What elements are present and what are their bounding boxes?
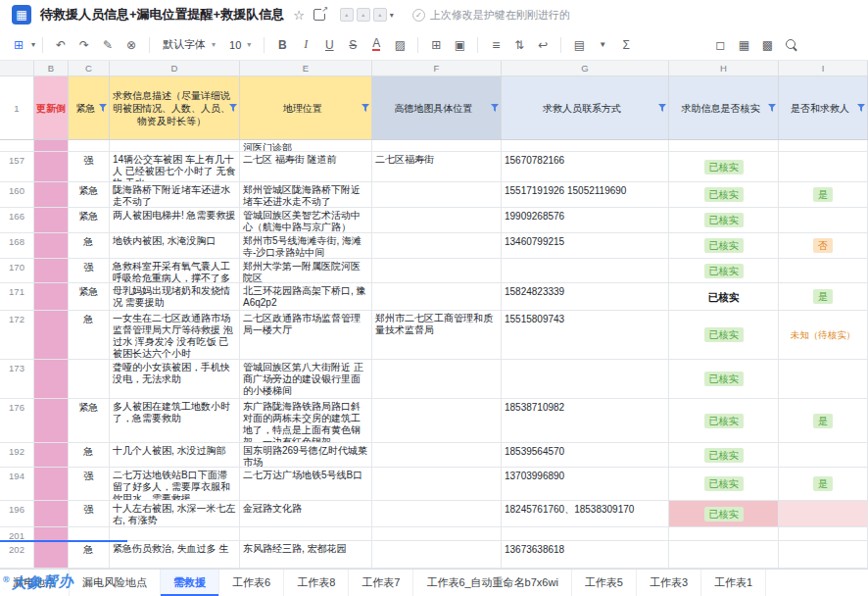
column-letter-C[interactable]: C: [69, 61, 110, 75]
function-icon[interactable]: [615, 34, 637, 56]
cell-map-location[interactable]: [372, 259, 502, 282]
fill-color-icon[interactable]: [389, 34, 410, 56]
cell-urgency[interactable]: 紧急: [69, 399, 110, 442]
row-number[interactable]: 157: [0, 152, 34, 181]
search-icon[interactable]: [780, 34, 801, 56]
sheet-tab-10[interactable]: 工作表1: [701, 570, 766, 596]
cell-verify-status[interactable]: 已核实: [669, 208, 779, 232]
font-size-select[interactable]: 10: [223, 34, 257, 56]
cell-urgency[interactable]: [69, 527, 110, 540]
column-letter-D[interactable]: D: [110, 61, 240, 75]
header-caller-confirm[interactable]: 是否和求救人: [779, 76, 868, 139]
cell-verify-status[interactable]: 已核实: [669, 501, 779, 526]
row-number[interactable]: 168: [0, 233, 34, 258]
cell-urgency[interactable]: [69, 360, 110, 398]
cell-description[interactable]: 聋哑的小女孩被困，手机快没电，无法求助: [110, 360, 240, 398]
cell-contact[interactable]: 15824823339: [502, 283, 669, 310]
cell-description[interactable]: 母乳妈妈出现堵奶和发烧情况 需要援助: [110, 283, 240, 310]
cell-urgency[interactable]: 紧急: [69, 182, 110, 207]
cell-location[interactable]: 郑州大学第一附属医院河医院区: [240, 259, 372, 282]
cell-urgency[interactable]: 急: [69, 443, 110, 467]
cell-verify-status[interactable]: 已核实: [669, 360, 779, 398]
cell-map-location[interactable]: 郑州市二七区工商管理和质量技术监督局: [372, 311, 502, 359]
cell-urgency[interactable]: 急: [69, 311, 110, 359]
cell-contact[interactable]: 18538710982: [502, 399, 669, 442]
cell-urgency[interactable]: 急: [69, 541, 110, 568]
cell-verify-status[interactable]: [669, 527, 779, 540]
cell-location[interactable]: 管城回族区第八大街附近 正商广场旁边的建设银行里面的小楼梯间: [240, 360, 372, 398]
cell-description[interactable]: 陇海路桥下附近堵车还进水走不动了: [110, 182, 240, 207]
cell-contact[interactable]: 15517191926 15052119690: [502, 182, 669, 207]
cell-map-location[interactable]: [372, 443, 502, 467]
cell-map-location[interactable]: [372, 468, 502, 500]
cell-contact[interactable]: [502, 360, 669, 398]
cell-update[interactable]: [34, 501, 69, 526]
cell-location[interactable]: 河医门诊部: [240, 140, 372, 151]
header-verify[interactable]: 求助信息是否核实: [669, 76, 779, 139]
column-letter-F[interactable]: F: [372, 61, 502, 75]
vertical-align-icon[interactable]: [508, 34, 530, 56]
cell-map-location[interactable]: [372, 360, 502, 398]
cell-contact[interactable]: [502, 527, 669, 540]
row-number[interactable]: 201: [0, 527, 34, 540]
cell-verify-status[interactable]: 已核实: [669, 152, 779, 181]
text-color-icon[interactable]: [365, 34, 387, 56]
cell-contact[interactable]: 19909268576: [502, 208, 669, 232]
cell-update[interactable]: [34, 259, 69, 282]
cell-location[interactable]: [240, 527, 372, 540]
star-icon[interactable]: [293, 9, 305, 22]
cell-description[interactable]: 两人被困电梯井! 急需要救援: [110, 208, 240, 232]
cell-location[interactable]: 金冠路文化路: [240, 501, 372, 526]
cell-verify-status[interactable]: 已核实: [669, 311, 779, 359]
cell-contact[interactable]: 18539564570: [502, 443, 669, 467]
cell-update[interactable]: [34, 527, 69, 540]
cell-description[interactable]: 急救科室开采有氧气囊人工呼吸给危重病人，撑不了多久: [110, 259, 240, 282]
cell-update[interactable]: [34, 140, 69, 151]
font-family-select[interactable]: 默认字体: [157, 34, 221, 56]
row-number[interactable]: 166: [0, 208, 34, 232]
cell-location[interactable]: 管城回族区美智艺术活动中心（航海中路与京广路）: [240, 208, 372, 232]
cell-update[interactable]: [34, 468, 69, 500]
filter-icon[interactable]: [857, 104, 865, 112]
cell-contact[interactable]: 18245761760、18538309170: [502, 501, 669, 526]
cell-urgency[interactable]: 强: [69, 501, 110, 526]
cell-caller-confirm[interactable]: 是: [779, 468, 868, 500]
row-number[interactable]: 171: [0, 283, 34, 310]
sheet-tab-3[interactable]: 需救援: [161, 570, 219, 596]
cell-caller-confirm[interactable]: 是: [779, 399, 868, 442]
sheet-tab-7[interactable]: 工作表6_自动重命名b7x6wi: [413, 570, 571, 596]
cell-update[interactable]: [34, 182, 69, 207]
cell-caller-confirm[interactable]: [779, 527, 868, 540]
cell-map-location[interactable]: [372, 399, 502, 442]
app-logo-icon[interactable]: [12, 5, 31, 25]
align-left-icon[interactable]: [485, 34, 506, 56]
cell-urgency[interactable]: 紧急: [69, 283, 110, 310]
chart-icon[interactable]: [733, 34, 754, 56]
collaborator-avatar[interactable]: [357, 8, 370, 22]
cell-map-location[interactable]: [372, 140, 502, 151]
cell-location[interactable]: 二七区政通路市场监督管理局一楼大厅: [240, 311, 372, 359]
cell-caller-confirm[interactable]: 是: [779, 182, 868, 207]
cell-map-location[interactable]: [372, 501, 502, 526]
cell-urgency[interactable]: 紧急: [69, 208, 110, 232]
caret-down-icon[interactable]: [31, 40, 35, 49]
cell-caller-confirm[interactable]: [779, 208, 868, 232]
merge-cells-icon[interactable]: [449, 34, 470, 56]
column-letter-G[interactable]: G: [502, 61, 669, 75]
cell-map-location[interactable]: [372, 541, 502, 568]
cell-caller-confirm[interactable]: [779, 501, 868, 526]
cell-description[interactable]: 十几个人被困, 水没过胸部: [110, 443, 240, 467]
sheet-tab-4[interactable]: 工作表6: [219, 570, 284, 596]
bold-icon[interactable]: [271, 34, 293, 56]
sheet-tab-9[interactable]: 工作表3: [637, 570, 701, 596]
cell-location[interactable]: 东风路经三路, 宏都花园: [240, 541, 372, 568]
cell-caller-confirm[interactable]: 未知（待核实）: [779, 311, 868, 359]
cell-description[interactable]: [110, 140, 240, 151]
border-icon[interactable]: [425, 34, 447, 56]
header-map-location[interactable]: 高德地图具体位置: [372, 76, 502, 139]
sheet-tab-5[interactable]: 工作表8: [284, 570, 349, 596]
cell-contact[interactable]: [502, 259, 669, 282]
row-number[interactable]: 194: [0, 468, 34, 500]
row-number[interactable]: 176: [0, 399, 34, 442]
cell-caller-confirm[interactable]: 否: [779, 233, 868, 258]
